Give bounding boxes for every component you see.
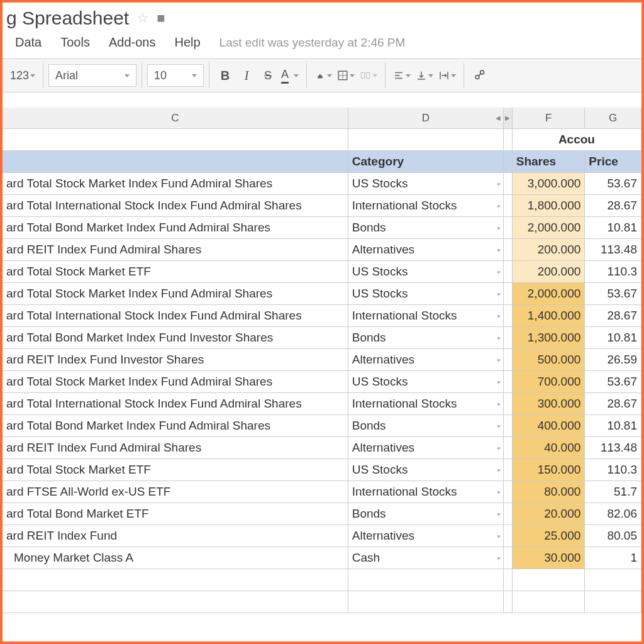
- price-cell[interactable]: 51.7: [585, 481, 641, 502]
- category-cell[interactable]: US Stocks: [348, 459, 504, 480]
- borders-button[interactable]: [335, 64, 357, 87]
- fund-name-cell[interactable]: ard REIT Index Fund: [3, 525, 348, 547]
- dropdown-icon[interactable]: [497, 247, 501, 253]
- shares-cell[interactable]: 3,000.000: [513, 173, 586, 194]
- category-cell[interactable]: International Stocks: [348, 481, 504, 502]
- price-cell[interactable]: 26.59: [585, 349, 641, 370]
- category-cell[interactable]: US Stocks: [348, 261, 504, 282]
- category-cell[interactable]: International Stocks: [348, 393, 504, 414]
- dropdown-icon[interactable]: [497, 511, 501, 518]
- insert-link-button[interactable]: ⚯: [469, 64, 491, 87]
- category-cell[interactable]: Cash: [348, 547, 504, 569]
- shares-cell[interactable]: 2,000.000: [513, 217, 586, 238]
- shares-cell[interactable]: 1,300.000: [513, 327, 586, 348]
- dropdown-icon[interactable]: [497, 533, 501, 540]
- header-cell-shares[interactable]: Shares: [513, 151, 586, 172]
- dropdown-icon[interactable]: [497, 401, 501, 408]
- fund-name-cell[interactable]: ard Total Bond Market Index Fund Admiral…: [3, 415, 348, 436]
- dropdown-icon[interactable]: [497, 291, 501, 297]
- col-header-f[interactable]: F: [513, 108, 586, 128]
- price-cell[interactable]: 53.67: [585, 371, 641, 392]
- shares-cell[interactable]: 500.000: [513, 349, 586, 370]
- fund-name-cell[interactable]: ard REIT Index Fund Admiral Shares: [3, 437, 348, 458]
- vertical-align-button[interactable]: [413, 64, 436, 87]
- category-cell[interactable]: International Stocks: [348, 195, 504, 216]
- category-cell[interactable]: International Stocks: [348, 305, 504, 326]
- hidden-column-indicator[interactable]: ▶: [504, 108, 513, 128]
- price-cell[interactable]: 28.67: [585, 305, 641, 326]
- fund-name-cell[interactable]: ard REIT Index Fund Investor Shares: [3, 349, 348, 370]
- dropdown-icon[interactable]: [497, 269, 501, 275]
- empty-cell[interactable]: [348, 129, 504, 150]
- shares-cell[interactable]: 80.000: [513, 481, 586, 502]
- shares-cell[interactable]: 20.000: [513, 503, 586, 525]
- account-label-cell[interactable]: Accou: [513, 129, 641, 150]
- shares-cell[interactable]: 25.000: [513, 525, 586, 547]
- strikethrough-button[interactable]: S: [257, 64, 279, 87]
- price-cell[interactable]: 10.81: [585, 415, 641, 436]
- folder-icon[interactable]: ■: [157, 10, 165, 26]
- dropdown-icon[interactable]: [497, 180, 501, 187]
- shares-cell[interactable]: 1,400.000: [513, 305, 586, 326]
- col-header-c[interactable]: C: [3, 108, 348, 128]
- category-cell[interactable]: US Stocks: [348, 371, 504, 392]
- dropdown-icon[interactable]: [497, 357, 501, 364]
- category-cell[interactable]: Alternatives: [348, 525, 504, 547]
- category-cell[interactable]: Alternatives: [348, 437, 504, 458]
- col-header-d[interactable]: D◀: [348, 108, 504, 128]
- price-cell[interactable]: 28.67: [585, 195, 641, 216]
- shares-cell[interactable]: 200.000: [513, 239, 586, 260]
- dropdown-icon[interactable]: [497, 313, 501, 319]
- fund-name-cell[interactable]: ard Total Stock Market Index Fund Admira…: [3, 283, 348, 304]
- fund-name-cell[interactable]: ard Total International Stock Index Fund…: [3, 393, 348, 414]
- category-cell[interactable]: Bonds: [348, 217, 504, 238]
- category-cell[interactable]: US Stocks: [348, 283, 504, 304]
- text-wrap-button[interactable]: [436, 64, 458, 87]
- category-cell[interactable]: Bonds: [348, 503, 504, 525]
- fill-color-button[interactable]: [312, 64, 335, 87]
- shares-cell[interactable]: 300.000: [513, 393, 586, 414]
- price-cell[interactable]: 80.05: [585, 525, 641, 547]
- category-cell[interactable]: US Stocks: [348, 173, 504, 194]
- shares-cell[interactable]: 200.000: [513, 261, 586, 282]
- menu-data[interactable]: Data: [6, 33, 50, 52]
- price-cell[interactable]: 10.81: [585, 327, 641, 348]
- merge-cells-button[interactable]: [357, 64, 380, 87]
- dropdown-icon[interactable]: [497, 423, 501, 430]
- dropdown-icon[interactable]: [497, 489, 501, 496]
- price-cell[interactable]: 53.67: [585, 173, 641, 194]
- dropdown-icon[interactable]: [497, 225, 501, 231]
- dropdown-icon[interactable]: [497, 467, 501, 474]
- dropdown-icon[interactable]: [497, 445, 501, 452]
- fund-name-cell[interactable]: ard Total Bond Market Index Fund Investo…: [3, 327, 348, 348]
- fund-name-cell[interactable]: ard Total Stock Market ETF: [3, 261, 348, 282]
- dropdown-icon[interactable]: [497, 555, 501, 562]
- price-cell[interactable]: 28.67: [585, 393, 641, 414]
- shares-cell[interactable]: 150.000: [513, 459, 586, 480]
- price-cell[interactable]: 113.48: [585, 437, 641, 458]
- number-format-button[interactable]: 123: [8, 64, 38, 87]
- menu-tools[interactable]: Tools: [52, 33, 99, 52]
- fund-name-cell[interactable]: ard Total Bond Market ETF: [3, 503, 348, 525]
- font-size-select[interactable]: 10: [147, 64, 204, 87]
- fund-name-cell[interactable]: ard Total International Stock Index Fund…: [3, 195, 348, 216]
- fund-name-cell[interactable]: ard Total Stock Market ETF: [3, 459, 348, 480]
- fund-name-cell[interactable]: Money Market Class A: [3, 547, 348, 569]
- fund-name-cell[interactable]: ard Total Stock Market Index Fund Admira…: [3, 371, 348, 392]
- price-cell[interactable]: 113.48: [585, 239, 641, 260]
- category-cell[interactable]: Alternatives: [348, 349, 504, 370]
- header-cell-name[interactable]: [3, 151, 348, 172]
- shares-cell[interactable]: 30.000: [513, 547, 586, 569]
- italic-button[interactable]: I: [236, 64, 257, 87]
- fund-name-cell[interactable]: ard FTSE All-World ex-US ETF: [3, 481, 348, 502]
- fund-name-cell[interactable]: ard Total Stock Market Index Fund Admira…: [3, 173, 348, 194]
- dropdown-icon[interactable]: [497, 379, 501, 386]
- price-cell[interactable]: 10.81: [585, 217, 641, 238]
- price-cell[interactable]: 1: [585, 547, 641, 569]
- document-title[interactable]: g Spreadsheet: [6, 8, 129, 29]
- price-cell[interactable]: 82.06: [585, 503, 641, 525]
- fund-name-cell[interactable]: ard REIT Index Fund Admiral Shares: [3, 239, 348, 260]
- menu-addons[interactable]: Add-ons: [100, 33, 165, 52]
- shares-cell[interactable]: 40.000: [513, 437, 586, 458]
- shares-cell[interactable]: 400.000: [513, 415, 586, 436]
